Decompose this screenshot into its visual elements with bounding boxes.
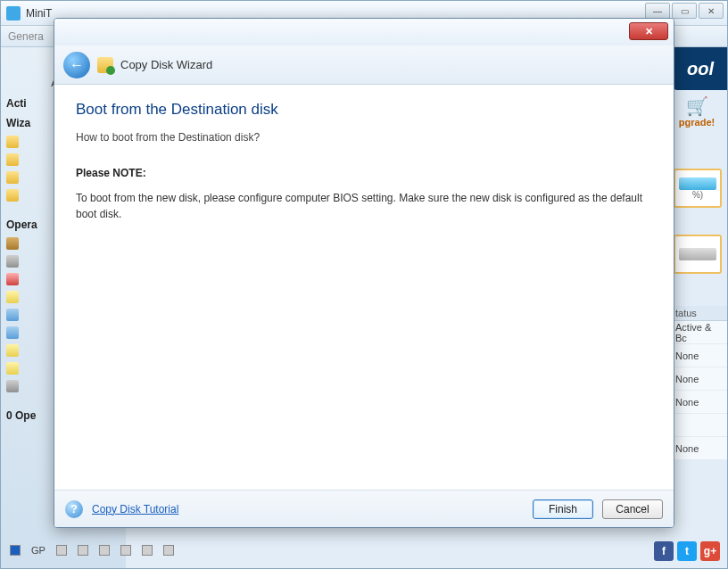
close-button[interactable]: ✕ — [699, 3, 724, 19]
disk-tile[interactable]: %) — [674, 169, 722, 208]
menu-general[interactable]: Genera — [8, 30, 44, 43]
tool-icon — [6, 309, 19, 321]
copy-disk-wizard-dialog: ✕ ← Copy Disk Wizard Boot from the Desti… — [54, 18, 674, 528]
brand-logo: ool — [674, 47, 727, 90]
legend-bar: GP — [10, 545, 718, 556]
facebook-icon[interactable]: f — [654, 541, 674, 561]
tool-icon — [6, 362, 19, 375]
note-text: To boot from the new disk, please config… — [76, 190, 652, 222]
app-title: MiniT — [26, 7, 52, 20]
upgrade-widget[interactable]: 🛒 pgrade! — [672, 95, 722, 128]
table-cell: None — [670, 391, 727, 414]
legend-swatch — [120, 545, 131, 556]
legend-swatch — [99, 545, 110, 556]
app-icon — [6, 6, 21, 21]
table-cell: None — [670, 437, 727, 460]
note-label: Please NOTE: — [76, 167, 652, 179]
tool-icon — [6, 237, 19, 250]
table-cell — [670, 414, 727, 437]
wizard-footer: ? Copy Disk Tutorial Finish Cancel — [54, 490, 674, 527]
tool-icon — [6, 380, 19, 392]
legend-swatch — [10, 545, 21, 556]
upgrade-label: pgrade! — [679, 117, 715, 128]
help-icon[interactable]: ? — [65, 500, 83, 518]
legend-label: GP — [31, 545, 46, 556]
legend-swatch — [142, 545, 153, 556]
twitter-icon[interactable]: t — [677, 541, 697, 561]
percent-fragment: %) — [692, 190, 703, 200]
minimize-button[interactable]: — — [645, 3, 670, 19]
wizard-subheading: How to boot from the Destination disk? — [76, 131, 652, 144]
disk-usage-bar — [679, 177, 716, 190]
wizard-icon — [6, 136, 19, 148]
tool-icon — [6, 344, 19, 357]
wizard-icon — [6, 153, 19, 166]
social-links: f t g+ — [654, 541, 720, 561]
disk-tile[interactable] — [674, 235, 722, 274]
tool-icon — [6, 291, 19, 303]
disk-usage-bar — [679, 248, 716, 260]
cart-icon: 🛒 — [672, 95, 722, 117]
wizard-title: Copy Disk Wizard — [120, 58, 212, 71]
wizard-header: ← Copy Disk Wizard — [54, 45, 674, 85]
legend-swatch — [163, 545, 174, 556]
dialog-titlebar: ✕ — [54, 19, 674, 45]
wizard-icon — [6, 171, 19, 184]
wizard-heading: Boot from the Destination disk — [76, 101, 652, 119]
tool-icon — [6, 255, 19, 268]
column-header-status: tatus — [670, 306, 727, 321]
wizard-body: Boot from the Destination disk How to bo… — [54, 85, 674, 490]
finish-button[interactable]: Finish — [533, 499, 593, 519]
legend-swatch — [78, 545, 88, 556]
tutorial-link[interactable]: Copy Disk Tutorial — [92, 503, 178, 515]
tool-icon — [6, 326, 19, 339]
back-button[interactable]: ← — [63, 52, 90, 78]
parent-window-buttons: — ▭ ✕ — [645, 3, 724, 19]
table-cell: None — [670, 367, 727, 391]
table-cell: None — [670, 344, 727, 367]
partition-table-fragment: tatus Active & Bc None None None None — [670, 306, 727, 460]
legend-swatch — [56, 545, 67, 556]
dialog-close-button[interactable]: ✕ — [629, 22, 668, 40]
cancel-button[interactable]: Cancel — [602, 499, 663, 519]
delete-icon — [6, 273, 19, 285]
maximize-button[interactable]: ▭ — [672, 3, 697, 19]
wizard-icon — [6, 189, 19, 202]
table-cell: Active & Bc — [670, 321, 727, 344]
googleplus-icon[interactable]: g+ — [700, 541, 720, 561]
wizard-app-icon — [97, 57, 113, 73]
